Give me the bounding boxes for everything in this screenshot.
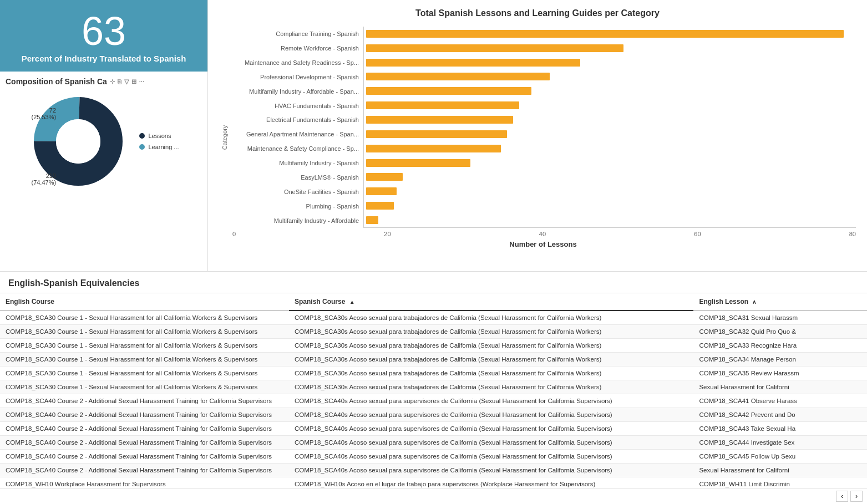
copy-icon[interactable]: ⎘ [118, 78, 121, 85]
x-tick: 60 [694, 231, 701, 237]
table-cell-spanish: COMP18_SCA30s Acoso sexual para trabajad… [289, 380, 693, 394]
category-label: OneSite Facilities - Spanish [230, 189, 359, 195]
table-cell-lesson: COMP18_SCA32 Quid Pro Quo & [693, 325, 867, 339]
top-section: 63 Percent of Industry Translated to Spa… [0, 0, 867, 272]
bar-row [366, 29, 856, 38]
bar-row [366, 86, 856, 95]
bar-row [366, 72, 856, 81]
category-label: Plumbing - Spanish [230, 203, 359, 210]
bar[interactable] [366, 101, 519, 109]
donut-label-top: 72 (25.53%) [31, 107, 56, 120]
category-label: Multifamily Industry - Affordable [230, 217, 359, 224]
bar[interactable] [366, 30, 844, 38]
bar[interactable] [366, 145, 501, 152]
left-panel: 63 Percent of Industry Translated to Spa… [0, 0, 208, 271]
expand-icon[interactable]: ⊞ [131, 78, 136, 85]
table-cell-english: COMP18_SCA30 Course 1 - Sexual Harassmen… [0, 366, 289, 380]
kpi-box: 63 Percent of Industry Translated to Spa… [0, 0, 207, 72]
table-cell-lesson: COMP18_SCA35 Review Harassm [693, 366, 867, 380]
table-cell-spanish: COMP18_SCA30s Acoso sexual para trabajad… [289, 310, 693, 325]
y-axis-label-container: Category [219, 27, 230, 248]
table-cell-english: COMP18_SCA40 Course 2 - Additional Sexua… [0, 394, 289, 408]
category-label: General Apartment Maintenance - Span... [230, 131, 359, 138]
bar-row [366, 115, 856, 124]
bar[interactable] [366, 130, 507, 138]
category-label: Maintenance and Safety Readiness - Sp... [230, 59, 359, 66]
table-cell-spanish: COMP18_SCA30s Acoso sexual para trabajad… [289, 366, 693, 380]
col-header-english[interactable]: English Course [0, 293, 289, 310]
bar[interactable] [366, 116, 513, 124]
scroll-prev-button[interactable]: ‹ [836, 491, 848, 502]
bar[interactable] [366, 59, 580, 67]
x-tick: 20 [384, 231, 391, 237]
table-cell-lesson: COMP18_SCA34 Manage Person [693, 353, 867, 366]
table-cell-lesson: COMP18_SCA42 Prevent and Do [693, 408, 867, 422]
table-body: COMP18_SCA30 Course 1 - Sexual Harassmen… [0, 310, 867, 488]
table-cell-spanish: COMP18_SCA40s Acoso sexual para supervis… [289, 464, 693, 477]
bar[interactable] [366, 44, 623, 52]
table-cell-lesson: COMP18_SCA41 Observe Harass [693, 394, 867, 408]
scroll-next-button[interactable]: › [850, 491, 863, 502]
bar[interactable] [366, 187, 397, 195]
table-row[interactable]: COMP18_SCA40 Course 2 - Additional Sexua… [0, 394, 867, 408]
table-cell-spanish: COMP18_SCA40s Acoso sexual para supervis… [289, 422, 693, 436]
dashboard: 63 Percent of Industry Translated to Spa… [0, 0, 867, 504]
bar[interactable] [366, 87, 531, 95]
table-row[interactable]: COMP18_SCA40 Course 2 - Additional Sexua… [0, 436, 867, 450]
col-header-lesson[interactable]: English Lesson ∧ [693, 293, 867, 310]
table-row[interactable]: COMP18_SCA30 Course 1 - Sexual Harassmen… [0, 380, 867, 394]
bar[interactable] [366, 159, 470, 167]
bars-area [363, 27, 856, 228]
table-row[interactable]: COMP18_SCA30 Course 1 - Sexual Harassmen… [0, 325, 867, 339]
table-row[interactable]: COMP18_SCA30 Course 1 - Sexual Harassmen… [0, 353, 867, 366]
x-tick: 80 [849, 231, 856, 237]
table-row[interactable]: COMP18_SCA40 Course 2 - Additional Sexua… [0, 422, 867, 436]
bar[interactable] [366, 216, 378, 224]
table-row[interactable]: COMP18_SCA40 Course 2 - Additional Sexua… [0, 450, 867, 464]
category-label: Maintenance & Safety Compliance - Sp... [230, 145, 359, 152]
more-icon[interactable]: ··· [139, 78, 144, 85]
bar-row [366, 130, 856, 139]
table-cell-english: COMP18_SCA30 Course 1 - Sexual Harassmen… [0, 339, 289, 353]
col-header-spanish[interactable]: Spanish Course ▲ [289, 293, 693, 310]
bar-row [366, 201, 856, 210]
chart-legend: Lessons Learning ... [139, 133, 179, 150]
table-row[interactable]: COMP18_WH10 Workplace Harassment for Sup… [0, 477, 867, 488]
bar-row [366, 159, 856, 167]
sort-icon-lesson: ∧ [752, 299, 756, 305]
bar[interactable] [366, 202, 394, 210]
pin-icon[interactable]: ⊹ [110, 78, 115, 85]
table-cell-spanish: COMP18_WH10s Acoso en el lugar de trabaj… [289, 477, 693, 488]
legend-dot-learning [139, 144, 145, 150]
bar-row [366, 58, 856, 67]
table-cell-english: COMP18_SCA30 Course 1 - Sexual Harassmen… [0, 353, 289, 366]
x-axis: 020406080 [230, 228, 856, 237]
table-row[interactable]: COMP18_SCA40 Course 2 - Additional Sexua… [0, 408, 867, 422]
table-cell-english: COMP18_SCA40 Course 2 - Additional Sexua… [0, 408, 289, 422]
table-row[interactable]: COMP18_SCA40 Course 2 - Additional Sexua… [0, 464, 867, 477]
donut-label-bottom: 210 (74.47%) [31, 172, 56, 186]
table-row[interactable]: COMP18_SCA30 Course 1 - Sexual Harassmen… [0, 366, 867, 380]
bottom-section: English-Spanish Equivalencies English Co… [0, 272, 867, 504]
category-labels: Compliance Training - SpanishRemote Work… [230, 27, 363, 228]
category-label: Professional Development - Spanish [230, 74, 359, 80]
category-label: Remote Workforce - Spanish [230, 45, 359, 52]
donut-container: 72 (25.53%) 210 [6, 86, 202, 197]
bar[interactable] [366, 73, 550, 80]
sort-icon-spanish: ▲ [349, 299, 355, 305]
table-cell-spanish: COMP18_SCA30s Acoso sexual para trabajad… [289, 339, 693, 353]
bar[interactable] [366, 173, 403, 181]
composition-section: Composition of Spanish Ca ⊹ ⎘ ▽ ⊞ ··· 72… [0, 72, 207, 200]
table-container[interactable]: English Course Spanish Course ▲ English … [0, 293, 867, 488]
y-axis-label: Category [221, 125, 228, 150]
table-row[interactable]: COMP18_SCA30 Course 1 - Sexual Harassmen… [0, 339, 867, 353]
table-cell-lesson: COMP18_SCA43 Take Sexual Ha [693, 422, 867, 436]
chart-title: Total Spanish Lessons and Learning Guide… [219, 8, 856, 18]
right-panel: Total Spanish Lessons and Learning Guide… [208, 0, 867, 271]
svg-point-2 [56, 119, 100, 164]
table-row[interactable]: COMP18_SCA30 Course 1 - Sexual Harassmen… [0, 310, 867, 325]
filter-icon[interactable]: ▽ [124, 78, 129, 85]
bar-row [366, 101, 856, 110]
table-cell-spanish: COMP18_SCA40s Acoso sexual para supervis… [289, 394, 693, 408]
table-title: English-Spanish Equivalencies [0, 272, 867, 293]
